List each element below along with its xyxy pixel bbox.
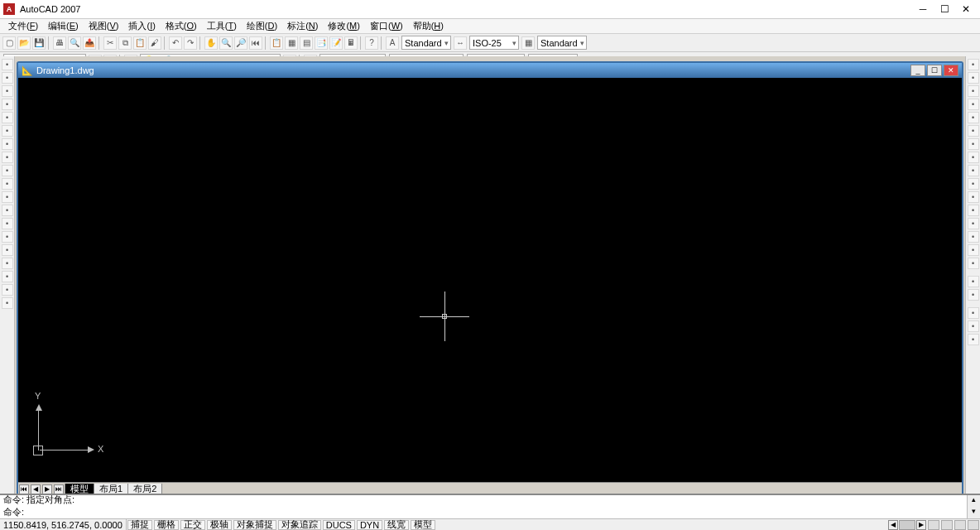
preview-icon[interactable]: 🔍 [68,36,81,50]
tablestyle-select[interactable]: Standard [537,36,587,50]
rect-icon[interactable]: • [2,112,13,123]
menu-n[interactable]: 标注(N) [282,19,323,33]
markup-icon[interactable]: 📝 [329,36,343,50]
ins-icon[interactable]: • [2,205,13,216]
print-icon[interactable]: 🖶 [53,36,66,50]
status-对象捕捉[interactable]: 对象捕捉 [233,520,276,530]
hscroll-thumb[interactable] [899,520,915,530]
revcloud-icon[interactable]: • [2,152,13,163]
mirror-icon[interactable]: • [968,85,979,97]
tp-icon[interactable]: ▤ [300,36,313,50]
command-line[interactable]: 命令: 指定对角点: 命令: ▴▾ [0,494,980,518]
dc-icon[interactable]: • [968,320,979,332]
earc-icon[interactable]: • [2,191,13,203]
block-icon[interactable]: • [2,218,13,229]
tp-icon[interactable]: • [968,334,979,345]
explode-icon[interactable]: • [968,258,979,269]
save-icon[interactable]: 💾 [32,36,46,50]
trim-icon[interactable]: • [968,178,979,190]
menu-t[interactable]: 工具(T) [202,19,242,33]
close-button[interactable]: ✕ [955,2,977,17]
erase-icon[interactable]: • [968,59,979,70]
pan-icon[interactable]: ✋ [204,36,218,50]
scale-icon[interactable]: • [968,152,979,163]
table-icon[interactable]: • [2,284,13,296]
copy-icon[interactable]: • [968,72,979,84]
menu-v[interactable]: 视图(V) [84,19,124,33]
tray-icon[interactable] [941,520,953,530]
status-栅格[interactable]: 栅格 [154,520,179,530]
help-icon[interactable]: ? [365,36,378,50]
dimstyle-select[interactable]: ISO-25 [469,36,519,50]
redo-icon[interactable]: ↷ [184,36,197,50]
matchprop-icon[interactable]: 🖌 [148,36,161,50]
menu-i[interactable]: 插入(I) [123,19,160,33]
publish-icon[interactable]: 📤 [83,36,96,50]
stretch-icon[interactable]: • [968,165,979,176]
extend-icon[interactable]: • [968,191,979,203]
paste-icon[interactable]: 📋 [133,36,147,50]
poly-icon[interactable]: • [2,99,13,110]
dist-icon[interactable]: • [968,276,979,287]
cut-icon[interactable]: ✂ [103,36,117,50]
status-线宽[interactable]: 线宽 [384,520,409,530]
status-模型[interactable]: 模型 [411,520,435,530]
tab-last-button[interactable]: ⏭ [54,484,64,494]
calc-icon[interactable]: 🖩 [344,36,358,50]
status-极轴[interactable]: 极轴 [207,520,232,530]
grad-icon[interactable]: • [2,258,13,269]
status-DUCS[interactable]: DUCS [323,520,355,530]
dc-icon[interactable]: ▦ [285,36,298,50]
textstyle-select[interactable]: Standard [401,36,451,50]
offset-icon[interactable]: • [968,99,979,110]
status-正交[interactable]: 正交 [180,520,205,530]
zoom-prev-icon[interactable]: ⏮ [249,36,262,50]
dimstyle-icon[interactable]: ↔ [454,36,467,50]
menu-d[interactable]: 绘图(D) [242,19,282,33]
doc-min-button[interactable]: _ [910,65,925,76]
area-icon[interactable]: • [968,289,979,301]
line-icon[interactable]: • [2,59,13,70]
cmd-prompt[interactable]: 命令: [3,506,963,518]
status-DYN[interactable]: DYN [357,520,382,530]
menu-w[interactable]: 窗口(W) [365,19,408,33]
break-icon[interactable]: • [968,205,979,216]
coordinate-display[interactable]: 1150.8419, 516.2745, 0.0000 [0,519,127,530]
menu-m[interactable]: 修改(M) [323,19,365,33]
menu-f[interactable]: 文件(F) [3,19,43,33]
array-icon[interactable]: • [968,112,979,123]
xline-icon[interactable]: • [2,72,13,84]
chamfer-icon[interactable]: • [968,231,979,243]
props-icon[interactable]: 📋 [270,36,283,50]
status-对象追踪[interactable]: 对象追踪 [278,520,321,530]
hatch-icon[interactable]: • [2,244,13,256]
tray-icon[interactable] [954,520,966,530]
arc-icon[interactable]: • [2,125,13,137]
new-icon[interactable]: ▢ [2,36,16,50]
tray-cleanscreen-icon[interactable] [968,520,979,530]
menu-e[interactable]: 编辑(E) [43,19,84,33]
region-icon[interactable]: • [2,271,13,282]
status-捕捉[interactable]: 捕捉 [127,520,152,530]
undo-icon[interactable]: ↶ [169,36,182,50]
textstyle-icon[interactable]: A [386,36,399,50]
point-icon[interactable]: • [2,231,13,243]
drawing-title-bar[interactable]: 📐 Drawing1.dwg _ ☐ ✕ [18,63,962,78]
rotate-icon[interactable]: • [968,138,979,150]
join-icon[interactable]: • [968,218,979,229]
fillet-icon[interactable]: • [968,244,979,256]
menu-h[interactable]: 帮助(H) [408,19,449,33]
spline-icon[interactable]: • [2,165,13,176]
tablestyle-icon[interactable]: ▦ [521,36,535,50]
hscroll-right[interactable]: ▶ [916,520,926,530]
hscroll-left[interactable]: ◀ [888,520,898,530]
text-icon[interactable]: • [2,297,13,309]
maximize-button[interactable]: ☐ [934,2,955,17]
move-icon[interactable]: • [968,125,979,137]
copy-icon[interactable]: ⧉ [118,36,132,50]
ssm-icon[interactable]: 📑 [315,36,328,50]
model-canvas[interactable]: Y X [18,78,962,482]
tab-next-button[interactable]: ▶ [42,484,52,494]
ellipse-icon[interactable]: • [2,178,13,190]
prop-icon[interactable]: • [968,307,979,319]
